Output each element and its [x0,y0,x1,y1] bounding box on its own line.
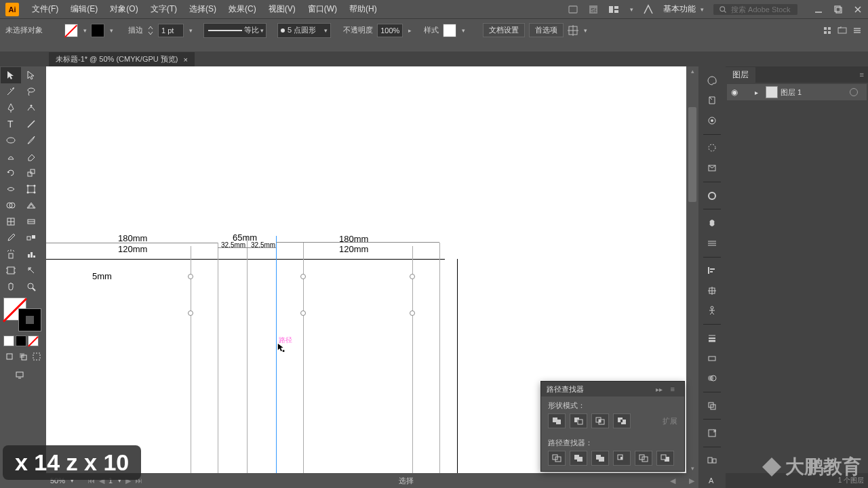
paintbrush-tool[interactable] [21,132,41,148]
draw-behind[interactable] [17,350,29,363]
layers-flyout-icon[interactable]: ≡ [856,70,868,79]
free-transform-tool[interactable] [21,181,41,197]
outline-button[interactable] [635,451,652,466]
scrollbar-thumb[interactable] [688,107,696,202]
style-dropdown[interactable]: ▾ [462,27,465,34]
libraries-panel-icon[interactable] [703,161,722,176]
stroke-dropdown[interactable]: ▾ [110,27,113,34]
expand-button[interactable]: 扩展 [663,416,677,426]
hand-tool[interactable] [1,279,21,295]
minus-front-button[interactable] [570,413,587,428]
panel-collapse-icon[interactable]: ▸▸ [656,386,663,393]
perspective-grid-tool[interactable] [21,197,41,214]
shaper-tool[interactable] [1,148,21,165]
ellipse-tool[interactable] [1,132,21,148]
hscroll-left[interactable]: ◀ [670,476,675,485]
stroke-profile[interactable]: 等比 ▾ [203,23,267,38]
artboard-tool[interactable] [1,262,21,279]
exclude-button[interactable] [613,413,631,428]
none-mode[interactable] [28,336,39,346]
menu-effect[interactable]: 效果(C) [222,3,262,15]
divide-button[interactable] [548,451,566,466]
artboards-panel-icon[interactable] [703,453,722,468]
workspace-selector[interactable]: 基本功能 ▾ [663,3,704,15]
stroke-panel-icon[interactable] [703,331,722,346]
menu-edit[interactable]: 编辑(E) [64,3,104,15]
menu-type[interactable]: 文字(T) [144,3,183,15]
arrange-icon[interactable] [608,4,619,15]
isolate-icon[interactable] [837,25,848,36]
menu-help[interactable]: 帮助(H) [343,3,383,15]
column-graph-tool[interactable] [21,246,41,262]
asset-export-panel-icon[interactable] [703,426,722,441]
unite-button[interactable] [548,413,566,428]
width-tool[interactable] [1,181,21,197]
document-tab[interactable]: 未标题-1* @ 50% (CMYK/GPU 预览) × [49,52,195,66]
layer-name[interactable]: 图层 1 [781,87,847,98]
slice-tool[interactable] [21,262,41,279]
transparency-panel-icon[interactable] [703,371,722,386]
arrange-dropdown[interactable]: ▾ [630,6,633,13]
crop-button[interactable] [613,451,631,466]
merge-button[interactable] [591,451,609,466]
stroke-indicator[interactable] [18,308,41,331]
color-panel-icon[interactable] [703,73,722,88]
panel-menu-icon[interactable] [852,25,863,36]
minimize-button[interactable] [814,5,823,14]
transform-dropdown[interactable]: ▾ [584,27,587,34]
draw-normal[interactable] [3,350,16,363]
zoom-tool[interactable] [21,279,41,295]
pen-tool[interactable] [1,100,21,116]
menu-file[interactable]: 文件(F) [26,3,64,15]
menu-view[interactable]: 视图(V) [262,3,302,15]
screen-mode[interactable] [1,367,39,383]
gradient-tool[interactable] [21,214,41,230]
magic-wand-tool[interactable] [1,83,21,100]
pathfinder-panel[interactable]: 路径查找器 ▸▸ ≡ 形状模式： 扩展 路径查找器： [540,381,685,472]
menu-select[interactable]: 选择(S) [183,3,222,15]
brushes-panel-icon[interactable] [703,236,722,251]
intersect-button[interactable] [591,413,609,428]
line-tool[interactable] [21,116,41,132]
recolor-panel-icon[interactable] [703,141,722,156]
puppet-panel-icon[interactable] [703,304,722,319]
trim-button[interactable] [570,451,587,466]
properties-panel-icon[interactable] [703,113,722,128]
eyedropper-tool[interactable] [1,230,21,246]
bridge-icon[interactable] [568,4,578,15]
search-stock-input[interactable] [731,5,792,14]
hscroll-right[interactable]: ▶ [689,476,694,485]
color-guide-panel-icon[interactable] [703,94,722,108]
vertical-scrollbar[interactable]: ▴ ▾ [686,66,698,473]
scale-tool[interactable] [21,165,41,181]
fill-swatch[interactable] [64,24,78,37]
gradient-panel-icon[interactable] [703,351,722,366]
preferences-button[interactable]: 首选项 [529,23,564,37]
minus-back-button[interactable] [656,451,674,466]
transform-panel-icon[interactable] [703,283,722,298]
gradient-mode[interactable] [16,336,26,346]
selected-path[interactable] [276,236,277,473]
stroke-swatch[interactable] [91,24,104,37]
lasso-tool[interactable] [21,83,41,100]
layer-target-icon[interactable] [850,88,858,96]
align-panel-icon[interactable] [703,264,722,279]
visibility-toggle-icon[interactable]: ◉ [729,87,740,97]
layer-expand-icon[interactable]: ▸ [755,89,763,96]
close-tab-icon[interactable]: × [183,56,187,64]
stepper-icon[interactable] [147,24,154,37]
close-button[interactable] [853,5,863,14]
eraser-tool[interactable] [21,148,41,165]
layers-tab[interactable]: 图层 [726,67,755,83]
selection-tool[interactable] [1,67,21,83]
rotate-tool[interactable] [1,165,21,181]
cclib-panel-icon[interactable] [703,188,722,203]
mesh-tool[interactable] [1,214,21,230]
fill-stroke-indicator[interactable] [3,298,41,331]
layer-row[interactable]: ◉ ▸ 图层 1 [727,84,867,100]
fill-dropdown[interactable]: ▾ [83,27,87,34]
pathfinder-header[interactable]: 路径查找器 ▸▸ ≡ [541,382,684,396]
gpu-icon[interactable] [643,4,654,15]
menu-object[interactable]: 对象(O) [104,3,144,15]
pathfinder-flyout-icon[interactable]: ≡ [667,385,679,393]
